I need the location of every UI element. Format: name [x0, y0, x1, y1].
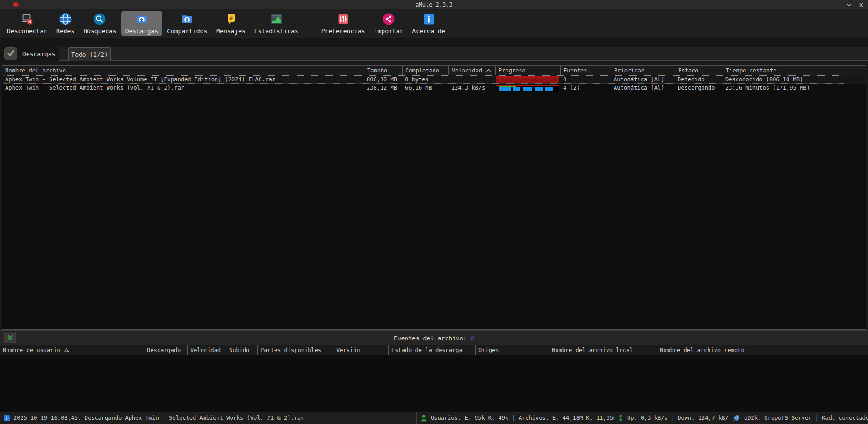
sort-ascending-icon	[64, 348, 69, 352]
up-down-arrows-icon	[618, 414, 623, 422]
file-sources-bar: Fuentes del archivo: 0	[0, 331, 868, 345]
window-controls	[846, 0, 864, 9]
toolbar-label: Estadísticas	[254, 28, 298, 35]
downloads-list: Nombre del archivo Tamaño Completado Vel…	[2, 65, 866, 330]
toolbar-button-import[interactable]: Importar	[370, 11, 408, 36]
toolbar-button-preferences[interactable]: Preferencias	[317, 11, 369, 36]
toolbar: Desconectar Redes Búsquedas	[0, 9, 868, 38]
toolbar-label: Preferencias	[321, 28, 365, 35]
column-header-empty	[847, 66, 866, 75]
statusbar-log-segment: 2025-10-19 16:08:45: Descargando Aphex T…	[0, 412, 416, 424]
networks-icon	[58, 12, 73, 27]
double-chevron-down-icon	[7, 335, 14, 342]
statusbar-log-text: 2025-10-19 16:08:45: Descargando Aphex T…	[14, 415, 304, 421]
sort-ascending-icon	[486, 69, 491, 72]
toolbar-label: Acerca de	[412, 28, 445, 35]
cell-filename: Aphex Twin - Selected Ambient Works (Vol…	[2, 84, 364, 92]
download-row[interactable]: Aphex Twin - Selected Ambient Works (Vol…	[2, 84, 866, 92]
statistics-icon	[269, 12, 284, 27]
column-header-subido[interactable]: Subido	[226, 345, 257, 355]
toolbar-label: Redes	[56, 28, 74, 35]
statusbar-network-text: eD2k: GrupoTS Server | Kad: conectado	[744, 415, 868, 421]
cell-size: 806,10 MB	[364, 75, 402, 84]
cell-size: 238,12 MB	[364, 84, 402, 92]
cell-remaining: Desconocido (806,10 MB)	[723, 75, 847, 84]
close-icon[interactable]	[858, 1, 864, 8]
column-header-progreso[interactable]: Progreso	[495, 66, 560, 75]
progress-bar	[496, 76, 559, 83]
svg-text:#: #	[229, 14, 233, 22]
column-header-version[interactable]: Versión	[333, 345, 388, 355]
downloads-tab-row: Descargas (2) Todo (1/2)	[0, 38, 868, 61]
column-header-fuentes[interactable]: Fuentes	[560, 66, 611, 75]
category-tabstrip: Todo (1/2)	[59, 47, 868, 61]
downloads-icon	[134, 12, 149, 27]
preferences-icon	[336, 12, 351, 27]
tab-todo[interactable]: Todo (1/2)	[68, 47, 111, 61]
sources-list-empty	[0, 355, 868, 411]
statusbar-transfer-text: Up: 0,3 kB/s | Down: 124,7 kB/s	[627, 415, 729, 421]
toolbar-label: Búsquedas	[83, 28, 116, 35]
column-header-descargado[interactable]: Descargado	[144, 345, 187, 355]
toolbar-button-statistics[interactable]: Estadísticas	[250, 11, 303, 36]
sources-count: 0	[470, 335, 474, 342]
column-header-estado[interactable]: Estado	[675, 66, 723, 75]
select-all-checkbox[interactable]	[4, 47, 17, 60]
toolbar-button-networks[interactable]: Redes	[52, 11, 79, 36]
toolbar-button-messages[interactable]: # Mensajes	[212, 11, 250, 36]
toolbar-label: Importar	[374, 28, 404, 35]
cell-remaining: 23:36 minutos (171,95 MB)	[723, 84, 847, 92]
search-icon	[92, 12, 107, 27]
column-header-tiempo-restante[interactable]: Tiempo restante	[723, 66, 847, 75]
column-header-velocidad[interactable]: Velocidad	[187, 345, 226, 355]
column-header-nombre-del-archivo-remoto[interactable]: Nombre del archivo remoto	[657, 345, 781, 355]
cell-status: Descargando	[675, 84, 723, 92]
column-header-prioridad[interactable]: Prioridad	[611, 66, 675, 75]
downloads-list-panel: Nombre del archivo Tamaño Completado Vel…	[0, 61, 868, 330]
window-title: aMule 2.3.3	[415, 1, 452, 8]
messages-icon: #	[224, 12, 239, 27]
cell-priority: Automática [Al]	[611, 84, 675, 92]
toolbar-button-downloads[interactable]: Descargas	[121, 11, 162, 36]
toolbar-button-shared[interactable]: Compartidos	[163, 11, 211, 36]
column-header-nombre-del-archivo-local[interactable]: Nombre del archivo local	[549, 345, 657, 355]
cell-speed: 124,3 kB/s	[448, 84, 495, 92]
column-header-partes-disponibles[interactable]: Partes disponibles	[257, 345, 333, 355]
column-header-origen[interactable]: Origen	[475, 345, 549, 355]
column-header-empty	[781, 345, 868, 355]
sources-header-row: Nombre de usuario Descargado Velocidad S…	[0, 345, 868, 355]
minimize-icon[interactable]	[846, 1, 852, 8]
amule-app-icon	[13, 2, 19, 7]
column-header-completado[interactable]: Completado	[402, 66, 448, 75]
toolbar-label: Desconectar	[7, 28, 47, 35]
column-header-tamano[interactable]: Tamaño	[364, 66, 402, 75]
column-header-velocidad[interactable]: Velocidad	[448, 66, 495, 75]
users-icon	[420, 414, 427, 422]
cell-progress	[495, 76, 560, 83]
checkmark-icon	[6, 48, 15, 59]
cell-completed: 66,16 MB	[402, 84, 448, 92]
download-row[interactable]: Aphex Twin - Selected Ambient Works Volu…	[2, 75, 866, 84]
cell-filename: Aphex Twin - Selected Ambient Works Volu…	[2, 75, 364, 84]
cell-sources: 4 (2)	[560, 84, 611, 92]
toggle-sources-button[interactable]	[4, 333, 16, 343]
toolbar-label: Descargas	[125, 28, 158, 35]
toolbar-label: Compartidos	[167, 28, 207, 35]
toolbar-label: Mensajes	[216, 28, 246, 35]
statusbar-network-segment: eD2k: GrupoTS Server | Kad: conectado	[729, 412, 868, 424]
toolbar-button-about[interactable]: Acerca de	[408, 11, 449, 36]
downloads-header-row: Nombre del archivo Tamaño Completado Vel…	[2, 66, 866, 75]
statusbar-users-text: Usuarios: E: 95k K: 49k | Archivos: E: 4…	[431, 415, 614, 421]
progress-bar	[496, 85, 559, 92]
column-header-estado-de-la-descarga[interactable]: Estado de la descarga	[388, 345, 475, 355]
column-header-nombre-de-usuario[interactable]: Nombre de usuario	[0, 345, 144, 355]
column-header-nombre-del-archivo[interactable]: Nombre del archivo	[2, 66, 364, 75]
titlebar: aMule 2.3.3	[0, 0, 868, 9]
cell-speed	[448, 75, 495, 84]
toolbar-button-searches[interactable]: Búsquedas	[79, 11, 120, 36]
tab-todo-label: Todo (1/2)	[71, 51, 108, 58]
toolbar-button-disconnect[interactable]: Desconectar	[3, 11, 51, 36]
statusbar-transfer-segment: Up: 0,3 kB/s | Down: 124,7 kB/s	[614, 412, 729, 424]
info-icon	[4, 415, 10, 421]
statusbar: 2025-10-19 16:08:45: Descargando Aphex T…	[0, 412, 868, 424]
